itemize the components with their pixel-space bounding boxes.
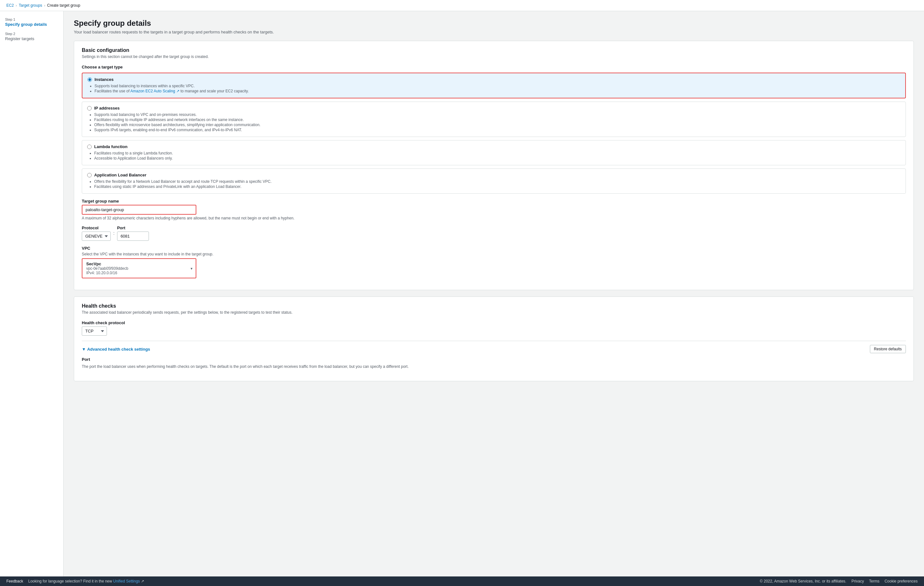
sidebar-step2-number: Step 2 — [5, 32, 58, 36]
main-content: Specify group details Your load balancer… — [64, 11, 924, 576]
sidebar: Step 1 Specify group details Step 2 Regi… — [0, 11, 64, 576]
alb-label: Application Load Balancer — [94, 173, 146, 177]
section-divider — [82, 341, 906, 341]
alb-bullets: Offers the flexibility for a Network Loa… — [87, 179, 901, 189]
protocol-port-group: Protocol GENEVE HTTP HTTPS TCP UDP : Por… — [82, 225, 906, 241]
breadcrumb-sep2: › — [44, 3, 45, 7]
instances-label: Instances — [94, 77, 114, 82]
protocol-select[interactable]: GENEVE HTTP HTTPS TCP UDP — [82, 232, 111, 241]
radio-instances[interactable] — [87, 78, 92, 82]
radio-ip[interactable] — [87, 106, 92, 111]
port-input[interactable] — [117, 232, 149, 241]
vpc-select-wrapper[interactable]: SecVpc vpc-0e7aab05f939ddecb IPv4: 10.20… — [82, 258, 196, 278]
page-title: Specify group details — [74, 19, 914, 28]
radio-lambda[interactable] — [87, 145, 92, 149]
health-checks-title: Health checks — [82, 303, 906, 309]
radio-alb[interactable] — [87, 173, 92, 177]
target-group-name-input[interactable] — [82, 205, 196, 215]
health-check-port-label: Port — [82, 357, 906, 362]
footer-terms-link[interactable]: Terms — [869, 579, 879, 583]
page-subtitle: Your load balancer routes requests to th… — [74, 30, 914, 35]
footer-bar: Feedback Looking for language selection?… — [0, 576, 924, 586]
feedback-link[interactable]: Feedback — [7, 579, 23, 583]
basic-config-desc: Settings in this section cannot be chang… — [82, 55, 906, 59]
port-label: Port — [117, 225, 149, 230]
breadcrumb-current: Create target group — [47, 3, 80, 8]
footer-right: © 2022, Amazon Web Services, Inc. or its… — [760, 579, 917, 583]
ip-label: IP addresses — [94, 106, 120, 111]
footer-copyright: © 2022, Amazon Web Services, Inc. or its… — [760, 579, 846, 583]
target-type-alb[interactable]: Application Load Balancer Offers the fle… — [82, 169, 906, 194]
target-type-ip[interactable]: IP addresses Supports load balancing to … — [82, 102, 906, 137]
sidebar-step1: Step 1 Specify group details — [5, 18, 58, 27]
footer-privacy-link[interactable]: Privacy — [851, 579, 864, 583]
vpc-name: SecVpc — [86, 262, 184, 266]
basic-config-title: Basic configuration — [82, 48, 906, 53]
vpc-ipv4: IPv4: 10.20.0.0/16 — [86, 271, 184, 275]
external-link-icon: ↗ — [141, 579, 144, 583]
ip-bullets: Supports load balancing to VPC and on-pr… — [87, 113, 901, 132]
health-check-port-help: The port the load balancer uses when per… — [82, 364, 906, 369]
colon-separator: : — [113, 230, 115, 236]
lambda-bullets: Facilitates routing to a single Lambda f… — [87, 151, 901, 161]
advanced-health-label: Advanced health check settings — [87, 347, 150, 352]
lambda-label: Lambda function — [94, 144, 128, 149]
footer-cookie-preferences-link[interactable]: Cookie preferences — [884, 579, 917, 583]
vpc-hint: Select the VPC with the instances that y… — [82, 252, 906, 257]
auto-scaling-link[interactable]: Amazon EC2 Auto Scaling ↗ — [130, 89, 180, 93]
health-check-port-group: Port The port the load balancer uses whe… — [82, 357, 906, 369]
target-type-instances[interactable]: Instances Supports load balancing to ins… — [82, 73, 906, 98]
vpc-select-box[interactable]: SecVpc vpc-0e7aab05f939ddecb IPv4: 10.20… — [82, 258, 196, 278]
sidebar-step1-number: Step 1 — [5, 18, 58, 22]
unified-settings-link[interactable]: Unified Settings — [113, 579, 140, 583]
health-check-protocol-group: Health check protocol TCP HTTP HTTPS — [82, 320, 906, 336]
health-check-protocol-select[interactable]: TCP HTTP HTTPS — [82, 326, 107, 336]
restore-defaults-button[interactable]: Restore defaults — [870, 345, 906, 353]
basic-config-section: Basic configuration Settings in this sec… — [74, 41, 914, 290]
target-group-name-label: Target group name — [82, 199, 906, 204]
breadcrumb-target-groups[interactable]: Target groups — [19, 3, 42, 8]
advanced-health-toggle[interactable]: ▼ Advanced health check settings — [82, 347, 150, 352]
footer-lang-text: Looking for language selection? Find it … — [28, 579, 144, 583]
advanced-toggle-row: ▼ Advanced health check settings Restore… — [82, 345, 906, 353]
vpc-group: VPC Select the VPC with the instances th… — [82, 246, 906, 278]
breadcrumb: EC2 › Target groups › Create target grou… — [0, 0, 924, 11]
health-checks-section: Health checks The associated load balanc… — [74, 296, 914, 381]
breadcrumb-sep1: › — [16, 3, 17, 7]
target-type-label: Choose a target type — [82, 65, 906, 70]
health-checks-desc: The associated load balancer periodicall… — [82, 310, 906, 315]
vpc-label: VPC — [82, 246, 906, 251]
target-group-name-hint: A maximum of 32 alphanumeric characters … — [82, 216, 906, 220]
sidebar-step1-label: Specify group details — [5, 22, 58, 27]
vpc-chevron-down-icon: ▼ — [190, 267, 193, 270]
sidebar-step2: Step 2 Register targets — [5, 32, 58, 41]
vpc-id: vpc-0e7aab05f939ddecb — [86, 266, 184, 271]
protocol-label: Protocol — [82, 225, 111, 230]
sidebar-step2-label: Register targets — [5, 36, 58, 41]
target-group-name-group: Target group name A maximum of 32 alphan… — [82, 199, 906, 220]
target-type-group: Choose a target type Instances Supports … — [82, 65, 906, 194]
health-check-protocol-label: Health check protocol — [82, 320, 906, 325]
instances-bullets: Supports load balancing to instances wit… — [87, 84, 900, 93]
breadcrumb-ec2[interactable]: EC2 — [7, 3, 14, 8]
target-type-lambda[interactable]: Lambda function Facilitates routing to a… — [82, 140, 906, 165]
triangle-down-icon: ▼ — [82, 347, 86, 352]
footer-left: Feedback Looking for language selection?… — [7, 579, 144, 583]
